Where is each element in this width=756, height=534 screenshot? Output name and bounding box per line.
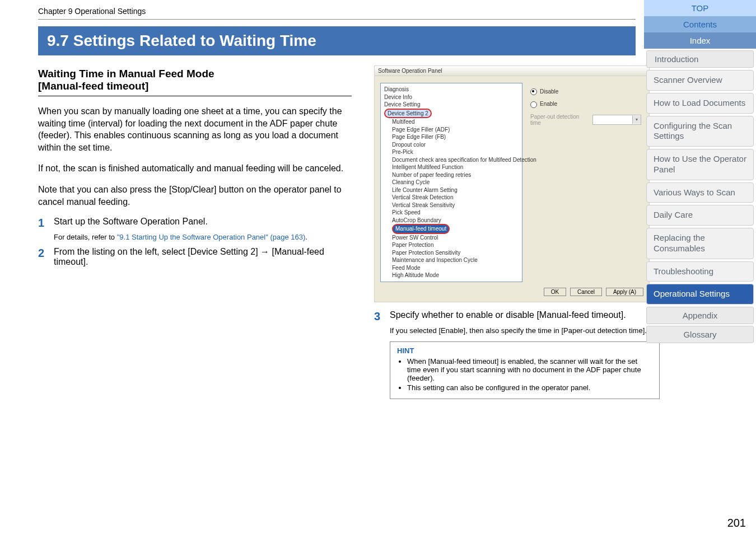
tree-pick-speed[interactable]: Pick Speed [392,209,519,217]
nav-scanner-overview[interactable]: Scanner Overview [646,70,754,91]
tree-device-setting[interactable]: Device Setting [384,101,519,109]
tree-dropout[interactable]: Dropout color [392,141,519,149]
link-start-sop[interactable]: "9.1 Starting Up the Software Operation … [117,233,306,241]
nav-operator-panel[interactable]: How to Use the Operator Panel [646,149,754,180]
hint-title: HINT [397,346,652,355]
nav-top[interactable]: TOP [644,0,756,16]
tree-int-mf[interactable]: Intelligent Multifeed Function [392,163,519,171]
section-title: 9.7 Settings Related to Waiting Time [38,26,636,55]
nav-appendix[interactable]: Appendix [646,307,754,324]
tree-paper-prot-sens[interactable]: Paper Protection Sensitivity [392,249,519,257]
tree-autocrop[interactable]: AutoCrop Boundary [392,217,519,224]
step-3-number: 3 [374,310,390,323]
nav-operational-settings[interactable]: Operational Settings [646,284,754,305]
nav-introduction[interactable]: Introduction [646,50,754,68]
tree-cleaning[interactable]: Cleaning Cycle [392,179,519,186]
step-2-number: 2 [38,247,54,267]
tree-maint[interactable]: Maintenance and Inspection Cycle [392,256,519,264]
body-p3: Note that you can also press the [Stop/C… [38,184,352,208]
nav-index[interactable]: Index [644,32,756,49]
tree-page-edge-fb[interactable]: Page Edge Filler (FB) [392,133,519,141]
cancel-button[interactable]: Cancel [570,288,602,296]
nav-glossary[interactable]: Glossary [646,326,754,343]
paper-out-label: Paper-out detection time [530,114,588,126]
radio-disable[interactable] [530,88,537,95]
tree-paper-prot[interactable]: Paper Protection [392,241,519,249]
step-1-detail-tail: . [305,233,307,241]
tree-vs-sens[interactable]: Vertical Streak Sensitivity [392,202,519,209]
radio-disable-label: Disable [540,88,558,95]
nav-replacing-consumables[interactable]: Replacing the Consumables [646,228,754,259]
nav-ways-to-scan[interactable]: Various Ways to Scan [646,182,754,203]
ok-button[interactable]: OK [544,288,566,296]
nav-load-documents[interactable]: How to Load Documents [646,93,754,114]
sub-heading: Waiting Time in Manual Feed Mode [Manual… [38,68,352,92]
body-p1: When you scan by manually loading one sh… [38,105,352,153]
screenshot-sop-window: Software Operation Panel Diagnosis Devic… [374,65,650,302]
nav-daily-care[interactable]: Daily Care [646,205,754,226]
step-3-text: Specify whether to enable or disable [Ma… [390,310,626,323]
step-3-detail: If you selected [Enable], then also spec… [390,326,660,335]
tree-multifeed[interactable]: Multifeed [392,118,519,126]
tree-device-setting-2[interactable]: Device Setting 2 [384,109,432,119]
hint-bullet-2: This setting can also be configured in t… [407,383,652,392]
apply-button[interactable]: Apply (A) [606,288,643,296]
tree-num-retries[interactable]: Number of paper feeding retries [392,171,519,179]
sub-underline [38,96,352,96]
tree-manual-feed[interactable]: Manual-feed timeout [392,224,450,234]
tree-page-edge-adf[interactable]: Page Edge Filler (ADF) [392,126,519,134]
sub-heading-line1: Waiting Time in Manual Feed Mode [38,68,214,79]
nav-troubleshooting[interactable]: Troubleshooting [646,261,754,282]
nav-scan-settings[interactable]: Configuring the Scan Settings [646,116,754,147]
sop-tree[interactable]: Diagnosis Device Info Device Setting Dev… [380,83,522,282]
tree-life-counter[interactable]: Life Counter Alarm Setting [392,186,519,194]
step-1-text: Start up the Software Operation Panel. [54,217,208,229]
step-1-detail-lead: For details, refer to [54,233,117,241]
step-2-text: From the listing on the left, select [De… [54,247,352,267]
tree-vs-detect[interactable]: Vertical Streak Detection [392,194,519,202]
tree-high-alt[interactable]: High Altitude Mode [392,271,519,279]
hint-bullet-1: When [Manual-feed timeout] is enabled, t… [407,357,652,382]
nav-contents[interactable]: Contents [644,16,756,32]
tree-feed-mode[interactable]: Feed Mode [392,264,519,272]
step-1-number: 1 [38,217,54,229]
sop-title-bar: Software Operation Panel [375,66,649,76]
right-nav: TOP Contents Index Introduction Scanner … [644,0,756,345]
tree-doc-check[interactable]: Document check area specification for Mu… [392,156,519,164]
chevron-down-icon: ▾ [632,116,641,124]
radio-enable[interactable] [530,101,537,108]
tree-device-info[interactable]: Device Info [384,93,519,101]
tree-power-sw[interactable]: Power SW Control [392,234,519,242]
divider [38,19,636,20]
sub-heading-line2: [Manual-feed timeout] [38,80,148,92]
body-p2: If not, the scan is finished automatical… [38,162,352,175]
hint-box: HINT When [Manual-feed timeout] is enabl… [390,341,660,399]
paper-out-dropdown[interactable]: ▾ [592,115,641,125]
tree-diagnosis[interactable]: Diagnosis [384,86,519,93]
radio-enable-label: Enable [540,101,557,107]
tree-prepick[interactable]: Pre-Pick [392,148,519,156]
